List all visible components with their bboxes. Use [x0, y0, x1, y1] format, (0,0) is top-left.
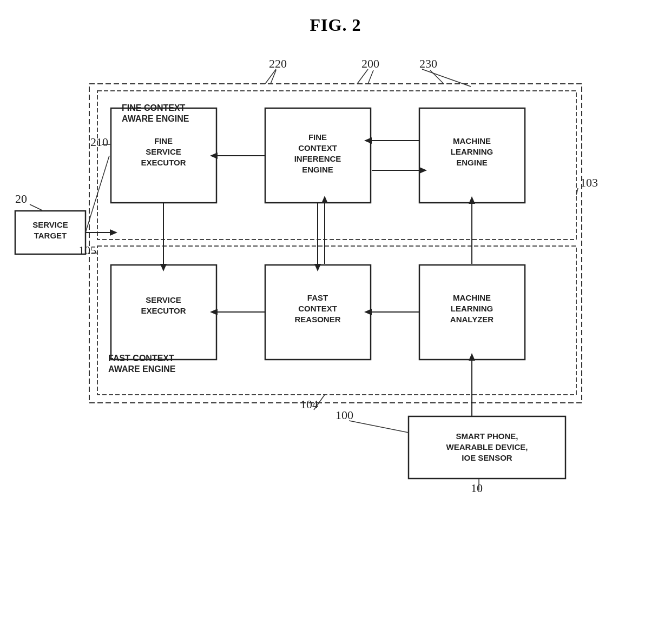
svg-line-0: [357, 69, 368, 84]
svg-line-44: [430, 70, 444, 84]
svg-text:103: 103: [580, 176, 598, 189]
svg-text:FAST CONTEXT: FAST CONTEXT: [108, 354, 174, 363]
svg-text:IOE SENSOR: IOE SENSOR: [462, 453, 512, 462]
svg-text:TARGET: TARGET: [34, 231, 67, 240]
svg-text:LEARNING: LEARNING: [451, 147, 493, 156]
svg-text:CONTEXT: CONTEXT: [298, 143, 337, 152]
svg-text:ENGINE: ENGINE: [302, 165, 333, 174]
svg-text:SERVICE: SERVICE: [32, 220, 68, 229]
svg-text:AWARE ENGINE: AWARE ENGINE: [122, 114, 189, 123]
svg-text:100: 100: [336, 408, 353, 422]
svg-text:EXECUTOR: EXECUTOR: [141, 158, 186, 167]
svg-text:SMART PHONE,: SMART PHONE,: [456, 431, 518, 441]
svg-line-1: [265, 69, 276, 84]
svg-line-38: [30, 204, 43, 211]
svg-text:220: 220: [269, 57, 287, 70]
svg-text:FAST: FAST: [307, 293, 328, 302]
svg-text:SERVICE: SERVICE: [146, 295, 181, 304]
svg-text:FINE CONTEXT: FINE CONTEXT: [122, 103, 186, 112]
svg-text:200: 200: [361, 57, 379, 70]
svg-line-40: [368, 70, 373, 84]
svg-text:LEARNING: LEARNING: [451, 304, 493, 313]
svg-text:FINE: FINE: [308, 132, 327, 142]
svg-text:230: 230: [419, 57, 437, 70]
svg-text:SERVICE: SERVICE: [146, 147, 181, 156]
svg-marker-16: [110, 229, 117, 236]
svg-text:210: 210: [90, 135, 108, 149]
svg-text:105: 105: [78, 243, 96, 257]
svg-text:REASONER: REASONER: [294, 315, 340, 324]
svg-text:INFERENCE: INFERENCE: [294, 154, 341, 163]
svg-line-54: [349, 421, 409, 433]
svg-text:WEARABLE DEVICE,: WEARABLE DEVICE,: [446, 442, 528, 452]
svg-text:FINE: FINE: [154, 136, 173, 145]
svg-text:MACHINE: MACHINE: [453, 136, 491, 145]
svg-text:104: 104: [300, 397, 318, 411]
svg-text:20: 20: [15, 192, 27, 205]
svg-text:ENGINE: ENGINE: [456, 158, 488, 167]
svg-text:CONTEXT: CONTEXT: [298, 304, 337, 313]
svg-text:EXECUTOR: EXECUTOR: [141, 306, 186, 315]
svg-text:AWARE ENGINE: AWARE ENGINE: [108, 364, 176, 374]
svg-text:ANALYZER: ANALYZER: [450, 315, 494, 324]
svg-text:MACHINE: MACHINE: [453, 293, 491, 302]
svg-text:10: 10: [471, 481, 483, 495]
